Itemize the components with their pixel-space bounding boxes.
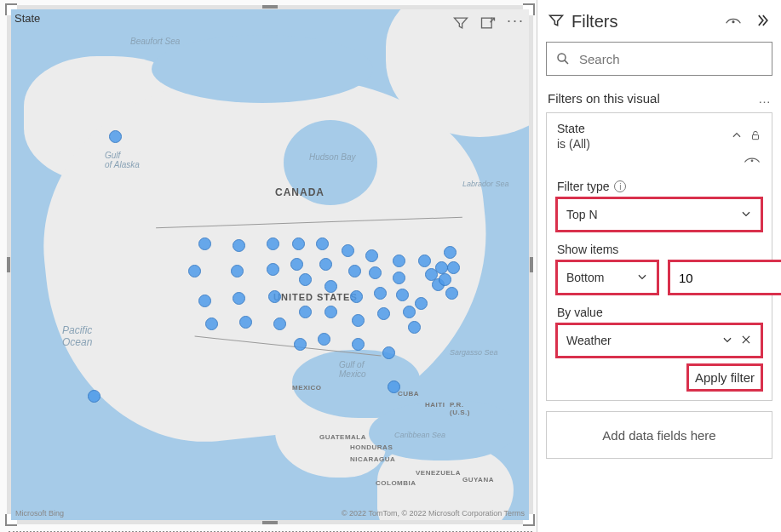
map-data-point[interactable] — [324, 306, 337, 318]
map-data-point[interactable] — [377, 307, 390, 320]
map-country-label: UNITED STATES — [273, 292, 358, 302]
map-visual-container[interactable]: State ··· Beaufort Sea Hudson Bay Labrad… — [7, 5, 533, 524]
map-data-point[interactable] — [299, 273, 312, 286]
map-data-point[interactable] — [231, 265, 244, 277]
map-data-point[interactable] — [324, 280, 337, 293]
more-options-icon[interactable]: ··· — [507, 16, 524, 33]
map-data-point[interactable] — [109, 130, 122, 143]
add-fields-placeholder[interactable]: Add data fields here — [546, 411, 772, 459]
map-data-point[interactable] — [418, 255, 431, 267]
map-data-point[interactable] — [396, 289, 409, 301]
visibility-icon[interactable] — [725, 12, 747, 31]
chevron-down-icon — [636, 271, 648, 285]
apply-filter-button[interactable]: Apply filter — [688, 365, 761, 390]
map-attribution: Microsoft Bing — [15, 509, 64, 518]
map-data-point[interactable] — [316, 237, 329, 250]
map-country-label: GUYANA — [462, 476, 494, 483]
map-data-point[interactable] — [267, 237, 279, 250]
svg-point-1 — [732, 21, 734, 23]
filter-icon[interactable] — [452, 14, 469, 35]
chevron-down-icon[interactable] — [721, 334, 733, 348]
card-visibility-icon[interactable] — [743, 154, 761, 168]
svg-point-2 — [558, 54, 566, 61]
map-data-point[interactable] — [239, 316, 252, 329]
map-data-point[interactable] — [444, 246, 457, 259]
map-label: Gulf of Alaska — [105, 151, 140, 169]
map-data-point[interactable] — [205, 317, 218, 330]
resize-handle[interactable] — [530, 257, 533, 272]
map-data-point[interactable] — [348, 265, 361, 277]
section-more-icon[interactable]: … — [758, 91, 771, 106]
map-data-point[interactable] — [435, 261, 448, 274]
map-data-point[interactable] — [233, 292, 245, 305]
section-title: Filters on this visual — [548, 91, 660, 106]
filter-type-select[interactable]: Top N — [557, 198, 761, 231]
filter-icon — [548, 12, 565, 31]
expand-pane-icon[interactable] — [754, 12, 771, 31]
svg-rect-0 — [482, 18, 492, 28]
map-data-point[interactable] — [292, 237, 305, 250]
map-label: Pacific Ocean — [62, 324, 92, 348]
map-data-point[interactable] — [374, 287, 387, 300]
info-icon[interactable]: i — [614, 180, 626, 192]
resize-handle[interactable] — [262, 521, 278, 524]
map-label: Beaufort Sea — [130, 37, 180, 46]
map-data-point[interactable] — [393, 272, 405, 284]
map-country-label: HONDURAS — [350, 443, 393, 451]
search-icon — [555, 51, 571, 66]
map-data-point[interactable] — [365, 249, 378, 262]
map-data-point[interactable] — [445, 287, 458, 300]
map-data-point[interactable] — [299, 306, 312, 318]
by-value-label: By value — [557, 306, 761, 319]
search-input[interactable] — [546, 42, 772, 76]
map-data-point[interactable] — [294, 338, 307, 351]
map-data-point[interactable] — [369, 266, 382, 279]
map-data-point[interactable] — [382, 346, 395, 359]
map-data-point[interactable] — [267, 263, 279, 276]
map-surface[interactable]: Beaufort Sea Hudson Bay Labrador Sea Gul… — [11, 9, 529, 520]
resize-handle[interactable] — [7, 257, 10, 272]
show-items-mode-select[interactable]: Bottom — [557, 261, 658, 294]
clear-icon[interactable] — [740, 334, 752, 348]
map-data-point[interactable] — [393, 255, 405, 267]
map-data-point[interactable] — [415, 297, 428, 310]
map-country-label: MEXICO — [292, 384, 322, 392]
map-data-point[interactable] — [318, 333, 330, 346]
map-data-point[interactable] — [408, 321, 421, 334]
show-items-count-input[interactable] — [669, 261, 781, 294]
map-data-point[interactable] — [352, 314, 365, 327]
map-data-point[interactable] — [388, 380, 400, 393]
by-value-field[interactable]: Weather — [557, 324, 761, 357]
map-data-point[interactable] — [88, 390, 100, 403]
map-country-label: COLOMBIA — [376, 479, 416, 487]
map-data-point[interactable] — [342, 244, 354, 257]
map-label: Labrador Sea — [462, 180, 509, 188]
map-data-point[interactable] — [352, 338, 365, 351]
svg-point-4 — [751, 160, 753, 162]
placeholder-text: Add data fields here — [602, 428, 715, 443]
map-country-label: CANADA — [275, 186, 324, 198]
focus-mode-icon[interactable] — [480, 14, 497, 35]
map-country-label: VENEZUELA — [416, 469, 461, 477]
search-field[interactable] — [579, 52, 763, 66]
map-data-point[interactable] — [319, 258, 332, 271]
map-data-point[interactable] — [290, 258, 303, 271]
collapse-icon[interactable] — [731, 129, 743, 144]
filter-card-state: State is (All) Filter type i Top N Show … — [546, 112, 772, 401]
map-data-point[interactable] — [268, 290, 281, 303]
map-data-point[interactable] — [350, 290, 363, 303]
filter-field-name: State — [557, 122, 590, 135]
map-data-point[interactable] — [273, 317, 286, 330]
map-data-point[interactable] — [403, 306, 416, 318]
resize-handle[interactable] — [262, 5, 278, 9]
map-data-point[interactable] — [198, 237, 211, 250]
lock-icon[interactable] — [749, 129, 761, 145]
map-data-point[interactable] — [198, 295, 211, 307]
map-data-point[interactable] — [439, 273, 451, 286]
map-country-label: P.R. (U.S.) — [450, 401, 470, 416]
filters-title: Filters — [571, 12, 718, 31]
map-data-point[interactable] — [188, 265, 201, 277]
map-country-label: GUATEMALA — [319, 433, 366, 441]
map-data-point[interactable] — [233, 239, 245, 252]
map-data-point[interactable] — [447, 261, 460, 274]
